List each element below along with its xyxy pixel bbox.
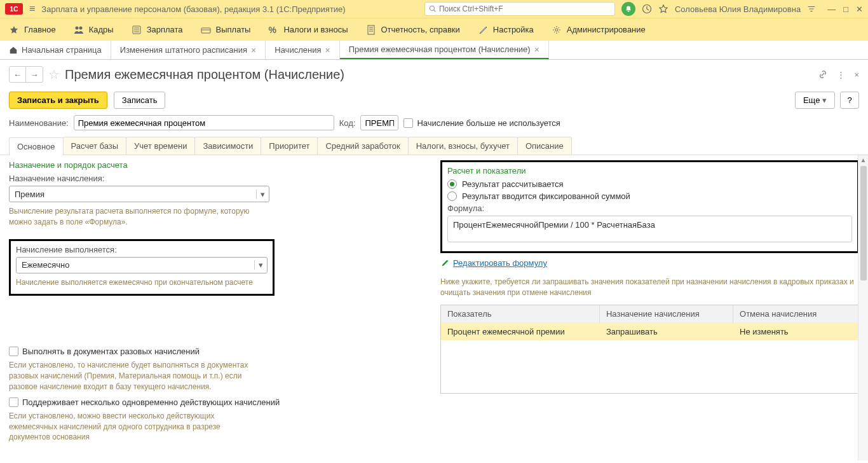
save-button[interactable]: Записать <box>114 92 166 109</box>
chevron-down-icon[interactable]: ▾ <box>256 190 269 199</box>
more-icon[interactable]: ⋮ <box>837 70 845 79</box>
exec-help: Начисление выполняется ежемесячно при ок… <box>16 277 268 288</box>
svg-point-1 <box>75 26 78 29</box>
form-body: Назначение и порядок расчета Назначение … <box>0 155 868 460</box>
code-input[interactable] <box>360 115 398 130</box>
window-buttons: — □ ✕ <box>827 4 863 14</box>
chevron-down-icon[interactable]: ▾ <box>254 260 267 270</box>
col-indicator: Показатель <box>441 305 599 323</box>
svg-rect-5 <box>368 25 374 34</box>
logo-1c: 1C <box>5 3 23 15</box>
command-bar: Записать и закрыть Записать Еще ? <box>0 89 868 115</box>
bell-icon <box>625 5 632 13</box>
col-assignment: Назначение начисления <box>599 305 733 323</box>
link-icon[interactable] <box>818 69 828 79</box>
app-title: Зарплата и управление персоналом (базова… <box>41 4 345 14</box>
minimize-button[interactable]: — <box>827 4 836 14</box>
nav-back-button[interactable]: ← <box>10 67 26 82</box>
inner-tab-desc[interactable]: Описание <box>517 137 572 155</box>
menu-icon[interactable]: ≡ <box>29 3 35 15</box>
inner-tab-time[interactable]: Учет времени <box>126 137 195 155</box>
vertical-scrollbar[interactable]: ▲ <box>858 155 868 460</box>
settings-lines-icon[interactable] <box>807 4 816 13</box>
inner-tab-main[interactable]: Основное <box>9 137 64 155</box>
indicators-table-wrap: Показатель Назначение начисления Отмена … <box>440 305 859 394</box>
header-fields: Наименование: Код: Начисление больше не … <box>0 115 868 137</box>
favorite-star-icon[interactable]: ☆ <box>48 67 60 82</box>
table-row[interactable]: Процент ежемесячной премии Запрашивать Н… <box>441 322 858 340</box>
pencil-icon <box>440 259 449 268</box>
radio-fixed[interactable]: Результат вводится фиксированной суммой <box>447 191 852 201</box>
edit-formula-link[interactable]: Редактировать формулу <box>440 258 859 268</box>
inner-tab-priority[interactable]: Приоритет <box>261 137 318 155</box>
cb-single-docs[interactable]: Выполнять в документах разовых начислени… <box>9 347 428 356</box>
tab-staffing-changes[interactable]: Изменения штатного расписания× <box>111 41 266 59</box>
page-title: Премия ежемесячная процентом (Начисление… <box>65 67 344 82</box>
inner-tab-avg[interactable]: Средний заработок <box>317 137 408 155</box>
home-icon <box>9 46 18 55</box>
radio-calculated[interactable]: Результат рассчитывается <box>447 179 852 189</box>
inner-tab-base[interactable]: Расчет базы <box>63 137 127 155</box>
menu-salary[interactable]: Зарплата <box>132 25 183 35</box>
close-button[interactable]: ✕ <box>856 4 863 14</box>
document-tabs: Начальная страница Изменения штатного ра… <box>0 41 868 60</box>
tab-home[interactable]: Начальная страница <box>0 41 111 59</box>
close-icon[interactable]: × <box>251 45 256 55</box>
exec-label: Начисление выполняется: <box>16 245 268 254</box>
save-close-button[interactable]: Записать и закрыть <box>9 92 107 109</box>
search-input[interactable] <box>437 4 611 13</box>
inner-tab-deps[interactable]: Зависимости <box>194 137 261 155</box>
tab-premium[interactable]: Премия ежемесячная процентом (Начисление… <box>340 41 549 59</box>
notifications-button[interactable] <box>621 2 635 16</box>
section-calc-title: Расчет и показатели <box>447 166 852 176</box>
exec-block: Начисление выполняется: Ежемесячно ▾ Нач… <box>9 239 275 296</box>
close-icon[interactable]: × <box>534 45 539 55</box>
search-icon <box>429 5 437 13</box>
radio-icon <box>447 179 457 189</box>
help-button[interactable]: ? <box>840 92 859 109</box>
not-used-checkbox[interactable]: Начисление больше не используется <box>403 118 560 128</box>
left-column: Назначение и порядок расчета Назначение … <box>9 160 428 455</box>
name-label: Наименование: <box>9 118 69 128</box>
cb2-help: Если установлено, можно ввести несколько… <box>9 411 263 443</box>
more-button[interactable]: Еще <box>795 92 835 109</box>
close-page-icon[interactable]: × <box>854 70 859 79</box>
close-icon[interactable]: × <box>325 45 330 55</box>
maximize-button[interactable]: □ <box>843 4 848 14</box>
tab-accruals[interactable]: Начисления× <box>266 41 339 59</box>
user-name[interactable]: Соловьева Юлия Владимировна <box>675 4 801 14</box>
scroll-up-icon[interactable]: ▲ <box>858 155 868 165</box>
menu-hr[interactable]: Кадры <box>74 25 114 35</box>
svg-point-2 <box>79 26 82 29</box>
code-label: Код: <box>339 118 356 128</box>
svg-rect-4 <box>201 28 210 33</box>
purpose-select[interactable]: Премия ▾ <box>9 186 269 202</box>
inner-tab-tax[interactable]: Налоги, взносы, бухучет <box>408 137 518 155</box>
menu-admin[interactable]: Администрирование <box>552 25 646 35</box>
purpose-label: Назначение начисления: <box>9 174 428 183</box>
indicators-table[interactable]: Показатель Назначение начисления Отмена … <box>441 305 858 340</box>
cb-multi-active[interactable]: Поддерживает несколько одновременно дейс… <box>9 397 428 407</box>
checkbox-icon <box>403 118 413 128</box>
star-icon[interactable] <box>658 4 668 14</box>
menu-taxes[interactable]: %Налоги и взносы <box>268 25 348 35</box>
menu-main[interactable]: Главное <box>9 25 56 35</box>
exec-select[interactable]: Ежемесячно ▾ <box>16 257 268 273</box>
scroll-thumb[interactable] <box>860 166 867 280</box>
history-icon[interactable] <box>642 4 652 14</box>
menu-payments[interactable]: Выплаты <box>201 25 251 35</box>
svg-point-6 <box>555 29 558 31</box>
titlebar: 1C ≡ Зарплата и управление персоналом (б… <box>0 0 868 18</box>
menu-reports[interactable]: Отчетность, справки <box>366 25 460 35</box>
purpose-help: Вычисление результата расчета выполняетс… <box>9 206 269 228</box>
col-cancel: Отмена начисления <box>733 305 858 323</box>
indicators-hint: Ниже укажите, требуется ли запрашивать з… <box>440 277 859 298</box>
global-search[interactable] <box>424 2 615 16</box>
cb1-help: Если установлено, то начисление будет вы… <box>9 360 263 392</box>
radio-icon <box>447 191 457 201</box>
calc-block: Расчет и показатели Результат рассчитыва… <box>440 160 859 253</box>
section-purpose-title: Назначение и порядок расчета <box>9 160 428 170</box>
nav-fwd-button[interactable]: → <box>26 67 43 82</box>
name-input[interactable] <box>74 115 334 130</box>
menu-settings[interactable]: Настройка <box>478 25 534 35</box>
